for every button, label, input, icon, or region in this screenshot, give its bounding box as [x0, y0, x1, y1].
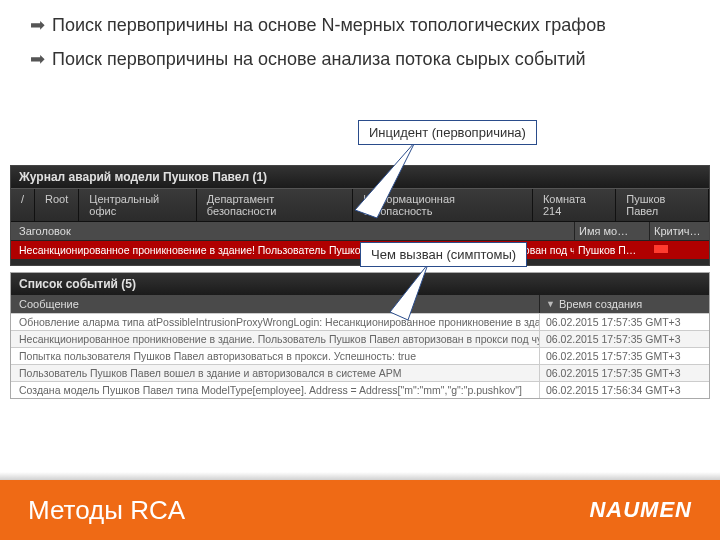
callout-pointer: [355, 140, 435, 235]
callout-pointer: [388, 262, 448, 327]
event-row[interactable]: Обновление аларма типа atPossibleIntrusi…: [11, 313, 709, 330]
bullet-item: ➡ Поиск первопричины на основе N-мерных …: [30, 12, 690, 38]
event-list-panel: Список событий (5) Сообщение ▼Время созд…: [10, 272, 710, 399]
event-message: Обновление аларма типа atPossibleIntrusi…: [11, 314, 539, 330]
footer-bar: Методы RCA NAUMEN: [0, 480, 720, 540]
bullet-text: Поиск первопричины на основе анализа пот…: [52, 46, 690, 72]
breadcrumb-item[interactable]: /: [11, 189, 35, 221]
svg-marker-0: [355, 142, 415, 218]
breadcrumb-item[interactable]: Центральный офис: [79, 189, 197, 221]
event-rows: Обновление аларма типа atPossibleIntrusi…: [11, 313, 709, 398]
col-header-message[interactable]: Сообщение: [11, 295, 539, 313]
event-row[interactable]: Попытка пользователя Пушков Павел автори…: [11, 347, 709, 364]
callout-incident: Инцидент (первопричина): [358, 120, 537, 145]
svg-marker-1: [390, 264, 428, 320]
event-row[interactable]: Пользователь Пушков Павел вошел в здание…: [11, 364, 709, 381]
breadcrumb-item[interactable]: Root: [35, 189, 79, 221]
col-header-model[interactable]: Имя мо…: [574, 222, 649, 240]
event-message: Создана модель Пушков Павел типа ModelTy…: [11, 382, 539, 398]
event-table-header: Сообщение ▼Время создания: [11, 295, 709, 313]
callout-symptoms-text: Чем вызван (симптомы): [371, 247, 516, 262]
event-time: 06.02.2015 17:56:34 GMT+3: [539, 382, 709, 398]
breadcrumb-item[interactable]: Департамент безопасности: [197, 189, 353, 221]
event-row[interactable]: Создана модель Пушков Павел типа ModelTy…: [11, 381, 709, 398]
col-header-time[interactable]: ▼Время создания: [539, 295, 709, 313]
event-row[interactable]: Несанкционированное проникновение в здан…: [11, 330, 709, 347]
event-list-title: Список событий (5): [11, 273, 709, 295]
alarm-model: [574, 259, 649, 265]
event-time: 06.02.2015 17:57:35 GMT+3: [539, 314, 709, 330]
event-message: Пользователь Пушков Павел вошел в здание…: [11, 365, 539, 381]
sort-desc-icon: ▼: [546, 299, 555, 309]
arrow-icon: ➡: [30, 12, 52, 38]
bullet-text: Поиск первопричины на основе N-мерных то…: [52, 12, 690, 38]
event-time: 06.02.2015 17:57:35 GMT+3: [539, 348, 709, 364]
callout-incident-text: Инцидент (первопричина): [369, 125, 526, 140]
alarm-severity: [649, 259, 709, 265]
alarm-severity: [649, 241, 709, 259]
arrow-icon: ➡: [30, 46, 52, 72]
severity-badge: [653, 244, 669, 254]
alarm-model: Пушков П…: [574, 241, 649, 259]
bullet-item: ➡ Поиск первопричины на основе анализа п…: [30, 46, 690, 72]
footer-shadow: [0, 472, 720, 480]
event-time: 06.02.2015 17:57:35 GMT+3: [539, 365, 709, 381]
event-time: 06.02.2015 17:57:35 GMT+3: [539, 331, 709, 347]
event-message: Попытка пользователя Пушков Павел автори…: [11, 348, 539, 364]
col-header-severity[interactable]: Критич…: [649, 222, 709, 240]
callout-symptoms: Чем вызван (симптомы): [360, 242, 527, 267]
naumen-logo: NAUMEN: [589, 497, 692, 523]
event-message: Несанкционированное проникновение в здан…: [11, 331, 539, 347]
slide-title: Методы RCA: [28, 495, 185, 526]
col-header-title[interactable]: Заголовок: [11, 222, 574, 240]
breadcrumb-item[interactable]: Комната 214: [533, 189, 616, 221]
bullet-list: ➡ Поиск первопричины на основе N-мерных …: [0, 0, 720, 72]
breadcrumb-item[interactable]: Пушков Павел: [616, 189, 709, 221]
